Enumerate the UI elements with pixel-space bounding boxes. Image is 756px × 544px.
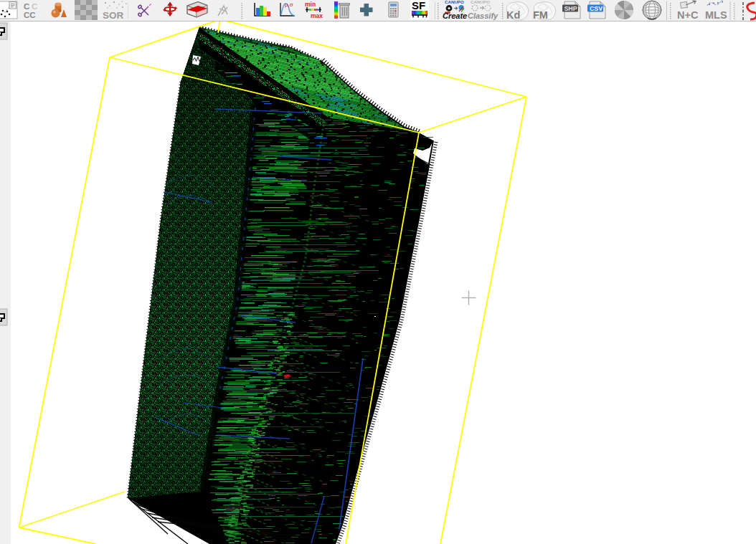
svg-text:Classify: Classify (468, 11, 499, 20)
svg-text:CANUPO: CANUPO (445, 0, 464, 4)
svg-text:CSV: CSV (590, 5, 603, 12)
svg-text:MLS: MLS (705, 9, 727, 21)
svg-text:μ,σ: μ,σ (285, 1, 293, 8)
svg-text:CANUPO: CANUPO (471, 0, 490, 4)
svg-text:Kd: Kd (506, 9, 520, 21)
svg-text:C: C (32, 2, 37, 11)
svg-text:SF: SF (412, 0, 425, 11)
svg-text:min: min (305, 1, 316, 8)
svg-text:CC: CC (24, 11, 36, 19)
svg-text:N+C: N+C (677, 9, 699, 21)
svg-text:max: max (311, 12, 323, 19)
svg-text:SHP: SHP (564, 5, 577, 12)
svg-text:SOR: SOR (103, 10, 124, 21)
svg-text:FM: FM (533, 9, 548, 21)
svg-text:Create: Create (443, 11, 467, 20)
svg-text:C: C (24, 2, 29, 11)
